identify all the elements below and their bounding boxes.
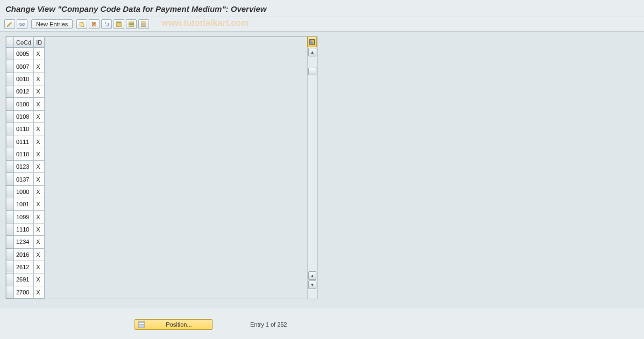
cell-cocd[interactable]: 1099 — [14, 211, 34, 223]
table-row[interactable]: 1099X — [6, 211, 45, 223]
cell-id[interactable]: X — [34, 211, 45, 223]
row-selector[interactable] — [6, 60, 14, 73]
row-selector[interactable] — [6, 161, 14, 173]
row-selector[interactable] — [6, 73, 14, 85]
table-row[interactable]: 2612X — [6, 261, 45, 273]
row-selector[interactable] — [6, 236, 14, 248]
delete-icon[interactable] — [89, 19, 100, 29]
table-row[interactable]: 0118X — [6, 148, 45, 160]
table-settings-icon[interactable] — [307, 37, 317, 47]
table-row[interactable]: 0108X — [6, 110, 45, 122]
table-row[interactable]: 0010X — [6, 73, 45, 85]
select-all-icon[interactable] — [114, 19, 124, 29]
cell-id[interactable]: X — [34, 198, 45, 211]
table-row[interactable]: 1001X — [6, 198, 45, 211]
table-row[interactable]: 0123X — [6, 161, 45, 173]
row-selector[interactable] — [6, 148, 14, 160]
table-row[interactable]: 1110X — [6, 223, 45, 235]
row-selector[interactable] — [6, 98, 14, 110]
table-row[interactable]: 1234X — [6, 236, 45, 248]
position-button[interactable]: Position... — [135, 319, 213, 330]
row-selector[interactable] — [6, 85, 14, 98]
row-selector[interactable] — [6, 198, 14, 211]
table-row[interactable]: 2700X — [6, 286, 45, 298]
cell-cocd[interactable]: 0111 — [14, 135, 34, 148]
cell-id[interactable]: X — [34, 73, 45, 85]
cell-cocd[interactable]: 1000 — [14, 185, 34, 198]
cell-id[interactable]: X — [34, 223, 45, 235]
row-selector[interactable] — [6, 211, 14, 223]
cell-cocd[interactable]: 0118 — [14, 148, 34, 160]
select-all-rows[interactable] — [6, 37, 14, 48]
select-block-icon[interactable] — [126, 19, 137, 29]
cell-cocd[interactable]: 0012 — [14, 85, 34, 98]
row-selector[interactable] — [6, 273, 14, 286]
cell-cocd[interactable]: 2016 — [14, 248, 34, 261]
undo-icon[interactable] — [101, 19, 112, 29]
toggle-display-change-icon[interactable] — [4, 19, 15, 29]
scroll-thumb[interactable] — [308, 68, 316, 75]
cell-id[interactable]: X — [34, 173, 45, 185]
table-row[interactable]: 1000X — [6, 185, 45, 198]
cell-id[interactable]: X — [34, 248, 45, 261]
cell-cocd[interactable]: 1110 — [14, 223, 34, 235]
cell-cocd[interactable]: 1001 — [14, 198, 34, 211]
cell-id[interactable]: X — [34, 236, 45, 248]
row-selector[interactable] — [6, 173, 14, 185]
table-row[interactable]: 2016X — [6, 248, 45, 261]
cell-cocd[interactable]: 0110 — [14, 123, 34, 135]
row-selector[interactable] — [6, 123, 14, 135]
cell-id[interactable]: X — [34, 273, 45, 286]
cell-id[interactable]: X — [34, 60, 45, 73]
cell-id[interactable]: X — [34, 135, 45, 148]
cell-cocd[interactable]: 0005 — [14, 48, 34, 60]
cell-cocd[interactable]: 0010 — [14, 73, 34, 85]
row-selector[interactable] — [6, 185, 14, 198]
cell-cocd[interactable]: 0137 — [14, 173, 34, 185]
new-entries-button[interactable]: New Entries — [31, 19, 73, 29]
scroll-page-up-icon[interactable]: ▲ — [308, 271, 316, 280]
glasses-detail-icon[interactable] — [17, 19, 27, 29]
cell-id[interactable]: X — [34, 261, 45, 273]
cell-id[interactable]: X — [34, 85, 45, 98]
table-row[interactable]: 0005X — [6, 48, 45, 60]
cell-cocd[interactable]: 0100 — [14, 98, 34, 110]
cell-cocd[interactable]: 1234 — [14, 236, 34, 248]
table-row[interactable]: 0110X — [6, 123, 45, 135]
row-selector[interactable] — [6, 248, 14, 261]
cell-cocd[interactable]: 2700 — [14, 286, 34, 298]
copy-icon[interactable] — [76, 19, 87, 29]
scroll-up-icon[interactable]: ▲ — [308, 48, 316, 56]
svg-rect-15 — [141, 24, 146, 25]
cell-id[interactable]: X — [34, 98, 45, 110]
table-row[interactable]: 0111X — [6, 135, 45, 148]
scroll-down-icon[interactable]: ▼ — [308, 280, 316, 289]
col-header-id[interactable]: ID — [34, 37, 45, 48]
row-selector[interactable] — [6, 110, 14, 122]
cell-id[interactable]: X — [34, 185, 45, 198]
cell-id[interactable]: X — [34, 123, 45, 135]
table-row[interactable]: 0007X — [6, 60, 45, 73]
row-selector[interactable] — [6, 286, 14, 298]
cell-id[interactable]: X — [34, 110, 45, 122]
table-row[interactable]: 0100X — [6, 98, 45, 110]
table-row[interactable]: 0012X — [6, 85, 45, 98]
cell-id[interactable]: X — [34, 148, 45, 160]
vertical-scrollbar[interactable]: ▲ ▲ ▼ — [307, 47, 316, 299]
col-header-cocd[interactable]: CoCd — [14, 37, 34, 48]
cell-cocd[interactable]: 0123 — [14, 161, 34, 173]
cell-id[interactable]: X — [34, 161, 45, 173]
cell-cocd[interactable]: 0007 — [14, 60, 34, 73]
cell-cocd[interactable]: 2612 — [14, 261, 34, 273]
deselect-all-icon[interactable] — [138, 19, 149, 29]
table-row[interactable]: 2691X — [6, 273, 45, 286]
row-selector[interactable] — [6, 135, 14, 148]
row-selector[interactable] — [6, 261, 14, 273]
cell-cocd[interactable]: 0108 — [14, 110, 34, 122]
row-selector[interactable] — [6, 223, 14, 235]
cell-id[interactable]: X — [34, 286, 45, 298]
table-row[interactable]: 0137X — [6, 173, 45, 185]
row-selector[interactable] — [6, 48, 14, 60]
cell-id[interactable]: X — [34, 48, 45, 60]
cell-cocd[interactable]: 2691 — [14, 273, 34, 286]
